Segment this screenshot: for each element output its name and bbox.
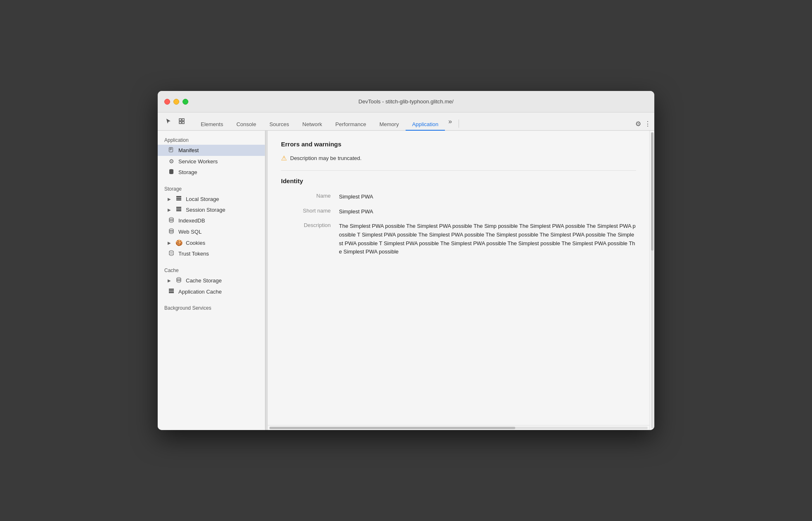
title-bar: DevTools - stitch-glib-typhoon.glitch.me…	[158, 91, 654, 112]
application-cache-icon	[168, 288, 175, 295]
svg-rect-19	[176, 198, 181, 199]
maximize-button[interactable]	[183, 99, 188, 105]
name-label: Name	[281, 193, 339, 199]
cookies-label: Cookies	[186, 240, 205, 246]
window-title: DevTools - stitch-glib-typhoon.glitch.me…	[358, 98, 454, 105]
svg-point-29	[169, 229, 173, 230]
sidebar-item-websql[interactable]: Web SQL	[158, 226, 265, 237]
local-storage-label: Local Storage	[186, 196, 219, 202]
service-workers-label: Service Workers	[178, 158, 218, 165]
tab-memory[interactable]: Memory	[373, 119, 406, 131]
separator-1	[158, 178, 265, 183]
tab-bar: Elements Console Sources Network Perform…	[158, 112, 654, 131]
sidebar-item-cache-storage[interactable]: ▶ Cache Storage	[158, 275, 265, 286]
svg-point-17	[169, 172, 173, 174]
indexeddb-icon	[168, 217, 175, 224]
cache-storage-arrow: ▶	[168, 278, 171, 283]
tab-console[interactable]: Console	[230, 119, 263, 131]
sidebar-item-cookies[interactable]: ▶ 🍪 Cookies	[158, 237, 265, 248]
settings-icon[interactable]: ⚙	[635, 120, 641, 128]
horizontal-scrollbar[interactable]	[268, 425, 649, 430]
sidebar-item-trust-tokens[interactable]: Trust Tokens	[158, 248, 265, 259]
divider-1	[281, 170, 636, 171]
svg-rect-18	[176, 196, 181, 197]
svg-rect-6	[173, 148, 173, 152]
trust-tokens-icon	[168, 250, 175, 257]
more-menu-icon[interactable]: ⋮	[644, 120, 651, 128]
sidebar-item-manifest[interactable]: Manifest	[158, 145, 265, 156]
svg-rect-23	[176, 210, 181, 211]
svg-rect-3	[182, 122, 184, 124]
websql-icon	[168, 228, 175, 235]
short-name-row: Short name Simplest PWA	[281, 208, 636, 216]
service-workers-icon: ⚙	[168, 158, 175, 165]
sidebar-item-service-workers[interactable]: ⚙ Service Workers	[158, 156, 265, 167]
sidebar-item-local-storage[interactable]: ▶ Local Storage	[158, 194, 265, 204]
tab-performance[interactable]: Performance	[329, 119, 372, 131]
websql-label: Web SQL	[178, 229, 202, 235]
sidebar-item-storage[interactable]: Storage	[158, 167, 265, 178]
cookies-icon: 🍪	[175, 239, 183, 246]
svg-rect-7	[169, 152, 173, 152]
svg-point-33	[169, 230, 173, 232]
svg-point-34	[169, 251, 173, 252]
sidebar-item-session-storage[interactable]: ▶ Session Storage	[158, 204, 265, 215]
short-name-value: Simplest PWA	[339, 208, 636, 216]
tab-application[interactable]: Application	[406, 119, 445, 131]
vertical-scrollbar[interactable]	[649, 131, 654, 430]
inspect-icon[interactable]	[176, 115, 187, 127]
v-scrollbar-thumb[interactable]	[651, 132, 653, 251]
content-wrapper: Errors and warnings ⚠ Description may be…	[268, 131, 654, 430]
tab-elements[interactable]: Elements	[194, 119, 230, 131]
svg-rect-8	[170, 148, 172, 148]
sidebar-item-indexeddb[interactable]: IndexedDB	[158, 215, 265, 226]
svg-rect-43	[169, 289, 174, 290]
traffic-lights	[164, 99, 188, 105]
description-label: Description	[281, 222, 339, 228]
trust-tokens-label: Trust Tokens	[178, 251, 209, 257]
svg-point-42	[177, 279, 181, 281]
svg-rect-5	[169, 148, 169, 152]
tab-network[interactable]: Network	[296, 119, 329, 131]
svg-point-38	[177, 277, 181, 279]
sidebar-item-application-cache[interactable]: Application Cache	[158, 286, 265, 297]
cache-storage-label: Cache Storage	[186, 277, 222, 284]
name-value: Simplest PWA	[339, 193, 636, 201]
storage-section-title: Storage	[158, 183, 265, 194]
svg-rect-20	[176, 199, 181, 201]
cursor-icon[interactable]	[163, 115, 174, 127]
svg-point-27	[169, 221, 173, 222]
svg-rect-9	[170, 149, 172, 149]
name-row: Name Simplest PWA	[281, 193, 636, 201]
identity-section: Identity Name Simplest PWA Short name Si…	[281, 177, 636, 256]
tab-divider	[459, 119, 459, 128]
svg-rect-22	[176, 208, 181, 210]
svg-rect-21	[176, 207, 181, 208]
more-tabs-button[interactable]: »	[445, 115, 455, 128]
content-body: Errors and warnings ⚠ Description may be…	[268, 131, 649, 430]
warning-text: Description may be truncated.	[290, 155, 362, 161]
cookies-arrow: ▶	[168, 241, 171, 245]
h-scrollbar-thumb[interactable]	[269, 427, 515, 429]
toolbar-icons	[161, 115, 191, 130]
svg-point-37	[169, 254, 173, 256]
storage-label: Storage	[178, 169, 197, 175]
local-storage-icon	[175, 196, 183, 202]
background-section-title: Background Services	[158, 302, 265, 313]
svg-rect-0	[179, 119, 181, 121]
v-scrollbar-track	[651, 132, 653, 428]
application-cache-label: Application Cache	[178, 289, 222, 295]
close-button[interactable]	[164, 99, 170, 105]
session-storage-label: Session Storage	[186, 207, 225, 213]
minimize-button[interactable]	[173, 99, 179, 105]
svg-rect-2	[179, 122, 181, 124]
content-scroll-area[interactable]: Errors and warnings ⚠ Description may be…	[268, 131, 649, 425]
local-storage-arrow: ▶	[168, 197, 171, 201]
storage-icon	[168, 169, 175, 176]
svg-rect-1	[182, 119, 184, 121]
svg-rect-4	[169, 147, 173, 148]
application-section-title: Application	[158, 134, 265, 145]
tab-sources[interactable]: Sources	[263, 119, 296, 131]
session-storage-arrow: ▶	[168, 208, 171, 212]
separator-3	[158, 297, 265, 302]
